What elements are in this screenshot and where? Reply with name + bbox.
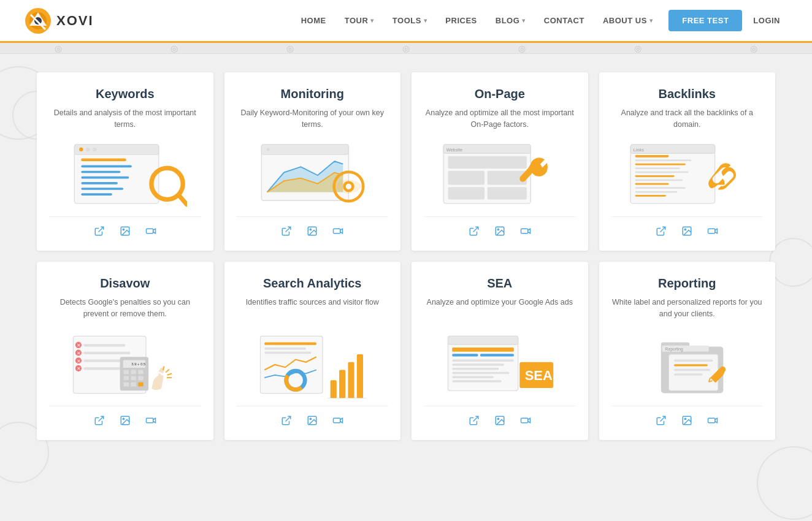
svg-text:3.9 + 0.5: 3.9 + 0.5 <box>131 362 146 366</box>
svg-rect-84 <box>123 376 128 381</box>
svg-rect-51 <box>635 159 692 161</box>
free-test-button[interactable]: FREE TEST <box>668 10 742 31</box>
card-sea-image: SEA <box>424 331 576 398</box>
svg-rect-135 <box>674 360 713 362</box>
svg-text:✕: ✕ <box>77 350 81 356</box>
card-keywords: Keywords Details and analysis of the mos… <box>37 72 213 251</box>
svg-rect-52 <box>635 164 686 165</box>
svg-line-91 <box>167 373 172 375</box>
svg-rect-59 <box>635 191 678 193</box>
card-monitoring-image <box>237 142 389 209</box>
card-on-page-video-btn[interactable] <box>519 224 532 241</box>
card-on-page-desc: Analyze and optimize all the most import… <box>424 107 576 132</box>
nav-contact[interactable]: CONTACT <box>537 11 592 30</box>
svg-rect-42 <box>488 187 527 199</box>
svg-rect-137 <box>674 369 710 371</box>
card-on-page-footer <box>424 216 576 241</box>
card-disavow-image: ✕ ✕ ✕ ✕ 3.9 + 0.5 <box>49 331 201 398</box>
nav-home[interactable]: HOME <box>294 11 334 30</box>
nav-about-us[interactable]: ABOUT US ▾ <box>596 11 660 30</box>
card-keywords-video-btn[interactable] <box>144 224 158 241</box>
svg-rect-86 <box>138 376 143 381</box>
card-reporting-video-btn[interactable] <box>706 414 719 430</box>
svg-line-109 <box>286 416 291 421</box>
svg-rect-85 <box>131 376 136 381</box>
card-backlinks-title: Backlinks <box>659 87 716 101</box>
card-reporting-image-btn[interactable] <box>680 414 694 430</box>
svg-rect-39 <box>448 171 485 185</box>
card-monitoring-video-btn[interactable] <box>331 224 345 241</box>
card-search-analytics-link-btn[interactable] <box>280 414 293 430</box>
strip-icon-5: ◎ <box>518 44 526 53</box>
svg-point-96 <box>123 418 124 419</box>
svg-rect-41 <box>448 187 485 199</box>
card-on-page-link-btn[interactable] <box>467 224 481 241</box>
card-keywords-image-btn[interactable] <box>118 224 132 241</box>
card-sea-link-btn[interactable] <box>467 414 481 430</box>
card-backlinks-video-btn[interactable] <box>706 224 719 241</box>
card-reporting-link-btn[interactable] <box>654 414 668 430</box>
card-monitoring-title: Monitoring <box>281 87 344 101</box>
svg-point-63 <box>685 229 686 230</box>
card-monitoring-link-btn[interactable] <box>280 224 293 241</box>
card-sea-video-btn[interactable] <box>519 414 532 430</box>
svg-text:Website: Website <box>446 147 462 153</box>
chevron-down-icon: ▾ <box>424 17 427 24</box>
svg-rect-24 <box>262 145 349 154</box>
logo[interactable]: XOVI <box>25 7 94 34</box>
svg-line-43 <box>473 227 478 232</box>
nav-prices[interactable]: PRICES <box>438 11 484 30</box>
svg-point-128 <box>497 418 499 419</box>
card-on-page-title: On-Page <box>475 87 525 101</box>
card-reporting-image: Reporting <box>611 331 764 398</box>
card-on-page-image: Website <box>424 142 576 209</box>
svg-text:Links: Links <box>634 147 644 153</box>
card-backlinks-image-btn[interactable] <box>680 224 694 241</box>
svg-rect-114 <box>448 336 518 344</box>
card-disavow-link-btn[interactable] <box>93 414 106 430</box>
svg-rect-97 <box>146 418 153 423</box>
card-disavow-image-btn[interactable] <box>118 414 132 430</box>
chevron-down-icon: ▾ <box>649 17 653 24</box>
svg-rect-100 <box>264 348 306 349</box>
svg-rect-64 <box>708 229 715 234</box>
svg-point-7 <box>79 148 83 151</box>
card-on-page: On-Page Analyze and optimize all the mos… <box>412 72 588 251</box>
bg-strip: ◎ ◎ ◎ ◎ ◎ ◎ ◎ <box>0 43 812 54</box>
svg-point-9 <box>93 148 96 151</box>
card-monitoring-image-btn[interactable] <box>305 224 319 241</box>
card-sea-footer <box>424 406 576 430</box>
svg-line-19 <box>98 227 103 232</box>
svg-text:✕: ✕ <box>77 342 81 348</box>
svg-rect-13 <box>81 177 129 179</box>
card-sea: SEA Analyze and optimize your Google Ads… <box>412 262 588 440</box>
svg-rect-89 <box>138 382 143 387</box>
card-reporting: Reporting White label and personalized r… <box>599 262 776 440</box>
login-button[interactable]: LOGIN <box>746 11 787 30</box>
svg-text:✕: ✕ <box>77 365 81 371</box>
card-sea-image-btn[interactable] <box>493 414 507 430</box>
svg-rect-16 <box>81 193 112 196</box>
card-disavow-video-btn[interactable] <box>144 414 158 430</box>
svg-rect-105 <box>339 370 345 398</box>
card-on-page-image-btn[interactable] <box>493 224 507 241</box>
svg-text:SEA: SEA <box>524 368 552 383</box>
card-keywords-link-btn[interactable] <box>93 224 106 241</box>
svg-line-90 <box>166 370 169 373</box>
card-sea-desc: Analyze and optimize your Google Ads ads <box>427 297 573 321</box>
nav-blog[interactable]: BLOG ▾ <box>488 11 533 30</box>
card-search-analytics-image-btn[interactable] <box>305 414 319 430</box>
card-monitoring-footer <box>237 216 389 241</box>
nav-tour[interactable]: TOUR ▾ <box>337 11 381 30</box>
svg-rect-34 <box>334 229 340 234</box>
svg-rect-12 <box>81 171 120 173</box>
svg-rect-87 <box>123 382 128 387</box>
svg-rect-56 <box>635 179 683 181</box>
card-backlinks-link-btn[interactable] <box>654 224 668 241</box>
svg-rect-54 <box>635 172 689 173</box>
card-search-analytics-video-btn[interactable] <box>331 414 345 430</box>
card-backlinks: Backlinks Analyze and track all the back… <box>599 72 776 251</box>
nav-tools[interactable]: TOOLS ▾ <box>385 11 435 30</box>
svg-rect-106 <box>348 362 354 398</box>
card-disavow-desc: Detects Google's penalties so you can pr… <box>49 297 201 321</box>
